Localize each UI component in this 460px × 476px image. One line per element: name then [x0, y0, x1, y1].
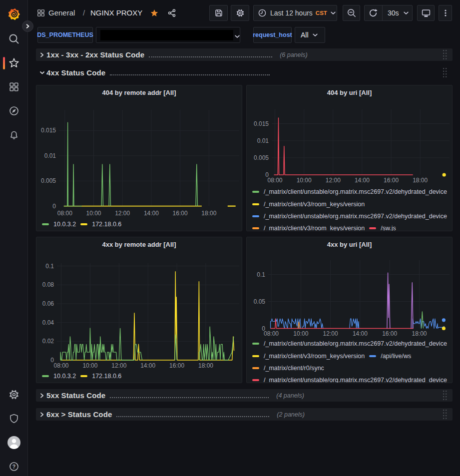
- svg-text:16:00: 16:00: [382, 330, 397, 337]
- svg-text:0.005: 0.005: [41, 177, 56, 184]
- svg-text:0.01: 0.01: [257, 137, 269, 144]
- svg-text:0.08: 0.08: [42, 281, 54, 288]
- svg-text:?: ?: [12, 464, 15, 470]
- svg-text:08:00: 08:00: [267, 177, 282, 184]
- svg-text:0.06: 0.06: [42, 300, 54, 307]
- svg-text:10:00: 10:00: [293, 330, 308, 337]
- svg-text:18:00: 18:00: [198, 362, 213, 369]
- svg-text:0.04: 0.04: [42, 319, 54, 326]
- svg-text:14:00: 14:00: [355, 177, 370, 184]
- svg-text:10:00: 10:00: [82, 362, 97, 369]
- svg-text:08:00: 08:00: [57, 210, 72, 217]
- svg-text:0.1: 0.1: [45, 263, 54, 270]
- svg-text:08:00: 08:00: [264, 330, 279, 337]
- svg-text:0.015: 0.015: [41, 127, 56, 134]
- svg-text:16:00: 16:00: [173, 210, 188, 217]
- svg-text:08:00: 08:00: [53, 362, 68, 369]
- svg-text:14:00: 14:00: [144, 210, 159, 217]
- svg-text:16:00: 16:00: [384, 177, 399, 184]
- svg-text:12:00: 12:00: [326, 177, 341, 184]
- svg-text:18:00: 18:00: [413, 177, 428, 184]
- svg-text:0.005: 0.005: [254, 154, 269, 161]
- svg-text:0.01: 0.01: [44, 152, 56, 159]
- svg-text:12:00: 12:00: [323, 330, 338, 337]
- svg-text:0: 0: [52, 203, 56, 210]
- svg-text:0.015: 0.015: [254, 120, 269, 127]
- svg-text:12:00: 12:00: [115, 210, 130, 217]
- svg-text:18:00: 18:00: [201, 210, 216, 217]
- svg-text:0.1: 0.1: [257, 271, 265, 278]
- svg-text:16:00: 16:00: [169, 362, 184, 369]
- svg-text:18:00: 18:00: [412, 330, 427, 337]
- svg-text:10:00: 10:00: [86, 210, 101, 217]
- svg-text:14:00: 14:00: [140, 362, 155, 369]
- svg-text:12:00: 12:00: [111, 362, 126, 369]
- svg-text:14:00: 14:00: [353, 330, 368, 337]
- svg-text:0.05: 0.05: [254, 298, 266, 305]
- svg-text:0.02: 0.02: [42, 338, 54, 345]
- svg-text:10:00: 10:00: [297, 177, 312, 184]
